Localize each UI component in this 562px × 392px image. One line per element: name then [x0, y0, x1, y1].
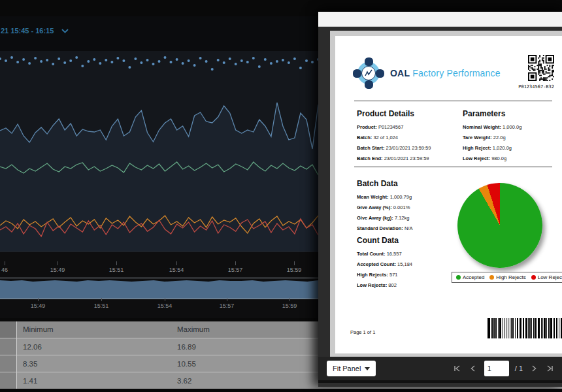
report-field: Give Away (%): 0.001% [357, 203, 412, 213]
legend-label: Accepted [463, 274, 484, 280]
axis-tick-label: 15:57 [220, 302, 235, 309]
divider [354, 167, 552, 167]
axis-tick-label: 15:57 [228, 267, 243, 273]
axis-tick [116, 261, 117, 265]
report-field: High Reject: 1,020.0g [463, 143, 521, 154]
legend-dot [531, 275, 536, 280]
section-count-data: Count Data Total Count: 16,557Accepted C… [357, 236, 412, 291]
axis-tick [176, 261, 177, 265]
report-field: Give Away (kg): 7.12kg [357, 213, 412, 223]
table-header-cell: Minimum [17, 321, 171, 338]
table-cell [0, 355, 17, 372]
section-title: Parameters [463, 109, 521, 118]
navigator-band [0, 278, 318, 299]
report-logo: OAL Factory Performance [353, 57, 501, 89]
axis-tick [235, 261, 236, 265]
report-field: Tare Weight: 22.0g [463, 133, 521, 143]
page-navigation: / 1 [452, 361, 555, 376]
page-number-label: Page 1 of 1 [350, 329, 375, 335]
section-title: Batch Data [357, 179, 412, 188]
axis-tick-label: 15:51 [109, 267, 124, 273]
table-cell: 12.06 [17, 338, 171, 355]
first-page-button[interactable] [452, 363, 462, 374]
section-title: Product Details [357, 109, 431, 118]
caret-down-icon [365, 367, 370, 370]
report-brand: OAL Factory Performance [390, 68, 501, 78]
axis-tick [227, 298, 227, 301]
legend-dot [456, 275, 461, 280]
legend-label: High Rejects [496, 274, 525, 280]
page-number-input[interactable] [484, 361, 509, 376]
report-field: Batch: 32 of 1,024 [357, 133, 431, 143]
report-field: Accepted Count: 15,184 [357, 259, 412, 270]
table-cell [0, 338, 17, 355]
modal-bottom-edge [318, 380, 562, 387]
report-field: High Rejects: 571 [357, 270, 412, 280]
axis-tick [165, 298, 165, 301]
axis-tick-label: 15:54 [157, 302, 173, 309]
oal-logo-icon [353, 57, 384, 89]
axis-tick [5, 261, 5, 265]
axis-tick [101, 298, 102, 301]
axis-tick-label: 15:49 [31, 302, 46, 309]
table-header-cell [0, 321, 17, 338]
table-cell: 1.41 [17, 372, 171, 389]
preview-toolbar: Fit Panel / 1 [318, 357, 562, 380]
fit-panel-label: Fit Panel [333, 365, 361, 372]
trend-line-icon [364, 69, 373, 77]
legend-item: High Rejects [489, 274, 525, 280]
legend-dot [489, 275, 494, 280]
axis-tick-label: 15:51 [94, 302, 109, 309]
axis-tick [289, 298, 290, 301]
legend-item: Accepted [456, 274, 484, 280]
section-parameters: Parameters Nominal Weight: 1,000.0gTare … [463, 109, 521, 164]
axis-tick-label: 15:49 [50, 267, 65, 273]
brand-name: OAL [390, 68, 410, 78]
screen: 21 15:45 - 16:15 4615:4915:5115:5415:571… [0, 0, 562, 392]
report-field: Total Count: 16,557 [357, 249, 412, 259]
axis-tick-label: 15:54 [169, 267, 184, 273]
report-field: Low Rejects: 802 [357, 280, 412, 291]
legend-label: Low Rejects [538, 274, 562, 280]
axis-tick-label: 15:59 [287, 267, 302, 273]
axis-tick [58, 261, 58, 265]
barcode [487, 318, 562, 341]
report-field: Low Reject: 980.0g [463, 154, 521, 164]
section-title: Count Data [357, 236, 412, 245]
page-total-label: / 1 [515, 365, 523, 372]
report-field: Batch End: 23/01/2021 23:59:59 [357, 154, 431, 164]
axis-tick [38, 298, 39, 301]
modal-titlebar [318, 12, 562, 27]
report-page: OAL Factory Performance P01234567-B32 Pr… [335, 36, 562, 353]
modal-body: OAL Factory Performance P01234567-B32 Pr… [318, 27, 562, 380]
chart-canvas [0, 51, 318, 252]
report-preview-modal: OAL Factory Performance P01234567-B32 Pr… [318, 12, 562, 387]
previous-page-button[interactable] [468, 363, 478, 374]
report-field: Standard Deviation: N/A [357, 223, 412, 234]
axis-tick-label: 46 [1, 267, 8, 273]
time-range-picker[interactable]: 21 15:45 - 16:15 [1, 27, 69, 35]
divider [354, 101, 552, 101]
brand-suffix: Factory Performance [412, 68, 501, 78]
report-field: Batch Start: 23/01/2021 23:59:59 [357, 143, 431, 154]
report-field: Nominal Weight: 1,000.0g [463, 122, 521, 133]
report-field: Mean Weight: 1,000.79g [357, 192, 412, 203]
legend-item: Low Rejects [531, 274, 562, 280]
qr-code [528, 55, 554, 84]
table-cell [0, 372, 17, 389]
section-product-details: Product Details Product: P01234567Batch:… [357, 109, 431, 164]
time-range-label: 21 15:45 - 16:15 [1, 27, 54, 35]
report-field: Product: P01234567 [357, 122, 431, 133]
next-page-button[interactable] [529, 363, 539, 374]
pie-legend: AcceptedHigh RejectsLow Rejects [452, 272, 562, 283]
reject-pie-chart [457, 183, 542, 268]
report-viewport: OAL Factory Performance P01234567-B32 Pr… [330, 31, 562, 357]
axis-tick-label: 15:59 [282, 302, 297, 309]
axis-tick [294, 261, 295, 265]
fit-panel-dropdown[interactable]: Fit Panel [327, 361, 376, 376]
chevron-down-icon [61, 29, 69, 33]
qr-label: P01234567-B32 [518, 84, 554, 90]
table-cell: 8.35 [17, 355, 171, 372]
section-batch-data: Batch Data Mean Weight: 1,000.79gGive Aw… [357, 179, 412, 234]
last-page-button[interactable] [545, 363, 555, 374]
